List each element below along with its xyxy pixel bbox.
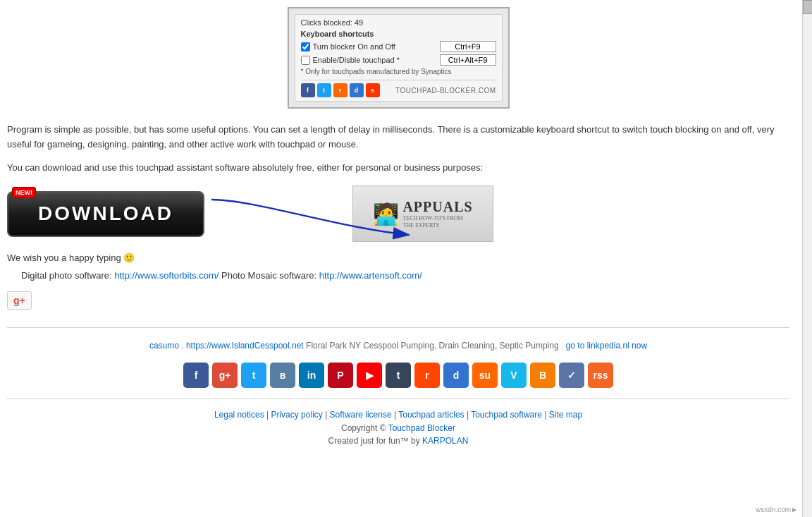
- enable-touchpad-label: Enable/Disble touchpad *: [313, 56, 400, 64]
- screenshot-tw-icon[interactable]: t: [317, 83, 331, 97]
- turn-blocker-checkbox[interactable]: [301, 42, 310, 51]
- social-icon-rd[interactable]: r: [414, 363, 440, 388]
- touchpad-url: TOUCHPAD-BLOCKER.COM: [395, 87, 496, 95]
- softorbits-link[interactable]: http://www.softorbits.com/: [114, 270, 219, 281]
- social-icon-wn[interactable]: ✓: [559, 363, 584, 388]
- main-paragraph-1: Program is simple as possible, but has s…: [7, 123, 789, 152]
- screenshot-del-icon[interactable]: d: [350, 83, 364, 97]
- social-icon-tu[interactable]: t: [386, 363, 411, 388]
- footer-links: Legal notices | Privacy policy | Softwar…: [7, 410, 789, 420]
- digital-prefix: Digital photo software:: [21, 270, 112, 281]
- casumo-link[interactable]: casumo: [149, 341, 179, 351]
- social-icon-rs[interactable]: rss: [588, 363, 613, 388]
- social-icon-yt[interactable]: ▶: [357, 363, 382, 388]
- created-by: Created just for fun™ by KARPOLAN: [7, 436, 789, 446]
- screenshot-box: Clicks blocked: 49 Keyboard shortcuts Tu…: [288, 7, 510, 109]
- enable-touchpad-checkbox[interactable]: [301, 56, 310, 65]
- software-license-link[interactable]: Software license: [330, 410, 392, 420]
- synaptics-note: * Only for touchpads manufactured by Syn…: [301, 68, 496, 75]
- created-text: Created just for fun™ by: [328, 436, 422, 446]
- download-button[interactable]: NEW! DOWNLOAD: [7, 191, 204, 237]
- island-link[interactable]: https://www.IslandCesspool.net: [186, 341, 304, 351]
- social-icon-fb[interactable]: f: [183, 363, 209, 388]
- social-icon-vk[interactable]: в: [270, 363, 295, 388]
- screenshot-footer: f t r d s TOUCHPAD-BLOCKER.COM: [301, 80, 496, 97]
- gplus-btn[interactable]: g+: [7, 291, 32, 310]
- island-description: Floral Park NY Cesspool Pumping, Drain C…: [306, 341, 566, 351]
- social-icon-su[interactable]: su: [472, 363, 498, 388]
- enable-touchpad-shortcut[interactable]: Ctrl+Alt+F9: [440, 54, 496, 66]
- screenshot-social-icons: f t r d s: [301, 83, 380, 97]
- touchpad-articles-link[interactable]: Touchpad articles: [398, 410, 464, 420]
- copyright: Copyright © Touchpad Blocker: [7, 423, 789, 433]
- site-map-link[interactable]: Site map: [549, 410, 582, 420]
- linkpedia-link[interactable]: go to linkpedia.nl now: [566, 341, 647, 351]
- arrow-container: [197, 185, 423, 242]
- screenshot-inner: Clicks blocked: 49 Keyboard shortcuts Tu…: [295, 14, 503, 102]
- kb-section: Keyboard shortcuts Turn blocker On and O…: [301, 30, 496, 75]
- arrow-svg: [197, 185, 423, 242]
- happy-typing-text: We wish you a happy typing 🙂: [7, 253, 789, 263]
- main-paragraph-2: You can download and use this touchpad a…: [7, 161, 789, 176]
- social-icons-row: fg+tвinP▶trdsuVB✓rss: [7, 363, 789, 388]
- download-text: DOWNLOAD: [38, 202, 173, 225]
- social-icon-tw[interactable]: t: [241, 363, 266, 388]
- clicks-blocked-label: Clicks blocked: 49: [301, 18, 364, 27]
- turn-blocker-label: Turn blocker On and Off: [313, 42, 395, 51]
- wsxdn-badge: wsxdn.com►: [756, 506, 798, 513]
- mosaic-prefix: Photo Mosaic software:: [221, 270, 316, 281]
- social-icon-bl[interactable]: B: [530, 363, 555, 388]
- clicks-blocked-row: Clicks blocked: 49: [301, 18, 496, 27]
- social-icon-li[interactable]: in: [299, 363, 324, 388]
- screenshot-su-icon[interactable]: s: [366, 83, 380, 97]
- social-icon-vi[interactable]: V: [501, 363, 527, 388]
- bottom-links-bar: casumo . https://www.IslandCesspool.net …: [7, 339, 789, 354]
- turn-blocker-shortcut[interactable]: Ctrl+F9: [440, 41, 496, 52]
- divider-2: [7, 399, 789, 399]
- copyright-text: Copyright ©: [341, 423, 388, 433]
- divider-1: [7, 327, 789, 328]
- digital-links: Digital photo software: http://www.softo…: [21, 270, 789, 281]
- sep1: .: [181, 341, 186, 351]
- legal-notices-link[interactable]: Legal notices: [214, 410, 264, 420]
- social-icon-de[interactable]: d: [443, 363, 469, 388]
- screenshot-fb-icon[interactable]: f: [301, 83, 315, 97]
- new-badge: NEW!: [12, 187, 36, 198]
- kb-title: Keyboard shortcuts: [301, 30, 496, 38]
- scrollbar[interactable]: [802, 0, 812, 517]
- scrollbar-thumb[interactable]: [803, 0, 812, 14]
- social-icon-pi[interactable]: P: [328, 363, 353, 388]
- karpolan-link[interactable]: KARPOLAN: [422, 436, 468, 446]
- privacy-policy-link[interactable]: Privacy policy: [271, 410, 322, 420]
- download-area: NEW! DOWNLOAD 🧑‍💻 APPUALS TECH: [7, 185, 789, 242]
- kb-row-1: Turn blocker On and Off Ctrl+F9: [301, 41, 496, 52]
- artensoft-link[interactable]: http://www.artensoft.com/: [319, 270, 422, 281]
- touchpad-blocker-link[interactable]: Touchpad Blocker: [388, 423, 455, 433]
- kb-row-2: Enable/Disble touchpad * Ctrl+Alt+F9: [301, 54, 496, 66]
- gplus-icon: g+: [13, 295, 25, 306]
- touchpad-software-link[interactable]: Touchpad software: [471, 410, 542, 420]
- screenshot-rss-icon[interactable]: r: [333, 83, 347, 97]
- social-icon-gp[interactable]: g+: [212, 363, 238, 388]
